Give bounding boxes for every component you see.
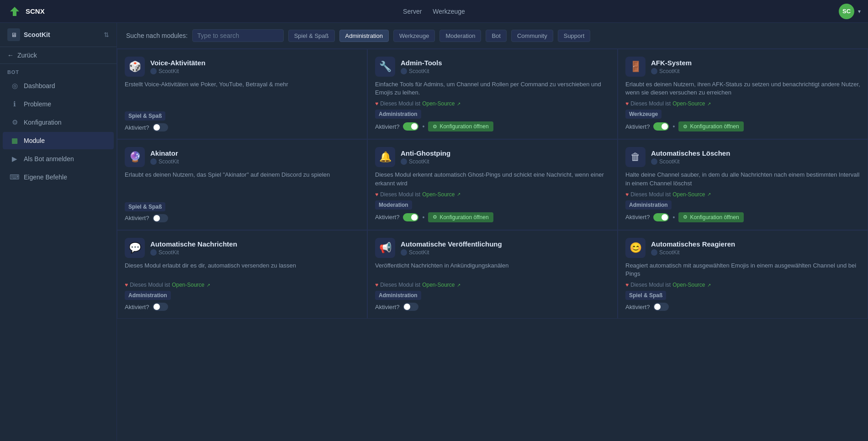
- module-icon-automatische-veroeffentlichung: 📢: [375, 238, 395, 258]
- opensource-link[interactable]: Open-Source: [422, 282, 455, 288]
- module-icon-admin-tools: 🔧: [375, 57, 395, 77]
- server-name: ScootKit: [24, 31, 100, 38]
- sidebar-item-label-eigene-befehle: Eigene Befehle: [24, 173, 67, 181]
- user-avatar[interactable]: SC: [839, 4, 854, 19]
- logo-text: SCNX: [26, 7, 45, 15]
- search-input[interactable]: [192, 29, 284, 42]
- module-desc-automatisches-reagieren: Reagiert automatisch mit ausgewählten Em…: [625, 262, 860, 278]
- sidebar-item-eigene-befehle[interactable]: ⌨ Eigene Befehle: [3, 168, 114, 186]
- toggle-automatische-nachrichten[interactable]: [153, 303, 168, 311]
- module-footer-row: Spiel & Spaß: [125, 202, 360, 211]
- toggle-afk-system[interactable]: [653, 122, 669, 131]
- toggle-voice-aktivitaeten[interactable]: [153, 123, 168, 131]
- config-icon: ⚙: [683, 214, 688, 220]
- activate-label: Aktiviert?: [125, 304, 149, 310]
- avatar-dropdown-icon[interactable]: ▾: [858, 8, 861, 15]
- logo[interactable]: SCNX: [7, 4, 45, 19]
- module-footer-row: Administration: [625, 200, 860, 210]
- module-footer-row: Werkzeuge: [625, 110, 860, 119]
- opensource-link[interactable]: Open-Source: [672, 282, 705, 288]
- activate-label: Aktiviert?: [125, 124, 149, 131]
- opensource-link[interactable]: Open-Source: [422, 100, 455, 107]
- module-footer-row: Spiel & Spaß: [125, 111, 360, 121]
- category-badge-voice-aktivitaeten: Spiel & Spaß: [125, 111, 165, 121]
- toggle-automatisches-reagieren[interactable]: [653, 303, 669, 311]
- module-header: 🔔 Anti-Ghostping ScootKit: [375, 147, 610, 167]
- activate-label: Aktiviert?: [625, 304, 650, 310]
- nav-link-server[interactable]: Server: [403, 8, 422, 15]
- author-avatar-dot: [150, 158, 157, 165]
- category-badge-anti-ghostping: Moderation: [375, 200, 412, 210]
- back-label: Zurück: [17, 52, 37, 59]
- module-header: 📢 Automatische Veröffentlichung ScootKit: [375, 238, 610, 258]
- module-desc-afk-system: Erlaubt es deinen Nutzern, ihren AFK-Sta…: [625, 80, 860, 97]
- sidebar-item-label-dashboard: Dashboard: [24, 82, 55, 89]
- config-button-afk-system[interactable]: ⚙ Konfiguration öffnen: [678, 121, 743, 131]
- sidebar-item-konfiguration[interactable]: ⚙ Konfiguration: [3, 114, 114, 131]
- module-header: 🗑 Automatisches Löschen ScootKit: [625, 147, 860, 167]
- filter-btn-administration[interactable]: Administration: [339, 30, 389, 42]
- module-title-automatische-veroeffentlichung: Automatische Veröffentlichung: [401, 240, 610, 248]
- server-selector[interactable]: 🖥 ScootKit ⇅: [0, 23, 116, 47]
- sidebar-item-dashboard[interactable]: ◎ Dashboard: [3, 77, 114, 94]
- toggle-dot: •: [422, 214, 424, 221]
- module-card-automatisches-reagieren: 😊 Automatisches Reagieren ScootKit Reagi…: [618, 230, 868, 319]
- bot-login-icon: ▶: [10, 154, 19, 163]
- filter-btn-moderation[interactable]: Moderation: [439, 30, 481, 42]
- toggle-akinator[interactable]: [153, 214, 168, 222]
- external-link-icon: ↗: [707, 283, 711, 288]
- filter-btn-support[interactable]: Support: [558, 30, 591, 42]
- toggle-anti-ghostping[interactable]: [403, 213, 418, 221]
- config-button-admin-tools[interactable]: ⚙ Konfiguration öffnen: [428, 121, 493, 131]
- back-button[interactable]: ← Zurück: [0, 47, 116, 64]
- sidebar-item-label-module: Module: [24, 137, 45, 144]
- filter-btn-spiel[interactable]: Spiel & Spaß: [288, 30, 335, 42]
- opensource-link[interactable]: Open-Source: [672, 100, 705, 107]
- sidebar-item-bot-login[interactable]: ▶ Als Bot anmelden: [3, 150, 114, 168]
- toggle-automatische-veroeffentlichung[interactable]: [403, 303, 418, 311]
- module-title-block: Akinator ScootKit: [150, 149, 360, 165]
- module-title-admin-tools: Admin-Tools: [401, 59, 610, 67]
- module-icon-akinator: 🔮: [125, 147, 145, 167]
- author-avatar-dot: [401, 249, 407, 256]
- activate-row-admin-tools: Aktiviert? • ⚙ Konfiguration öffnen: [375, 121, 610, 131]
- category-badge-akinator: Spiel & Spaß: [125, 202, 165, 211]
- config-icon: ⚙: [433, 214, 437, 220]
- module-footer-row: Administration: [125, 291, 360, 300]
- author-avatar-dot: [401, 158, 407, 165]
- config-button-automatisches-loeschen[interactable]: ⚙ Konfiguration öffnen: [678, 212, 743, 222]
- module-icon-automatisches-loeschen: 🗑: [625, 147, 646, 167]
- config-icon: ⚙: [683, 124, 688, 130]
- module-footer-row: Administration: [375, 291, 610, 300]
- sidebar-item-probleme[interactable]: ℹ Probleme: [3, 95, 114, 113]
- module-author-automatisches-loeschen: ScootKit: [651, 158, 860, 165]
- toggle-automatisches-loeschen[interactable]: [653, 213, 669, 221]
- module-card-anti-ghostping: 🔔 Anti-Ghostping ScootKit Dieses Modul e…: [367, 139, 618, 230]
- toggle-dot: •: [672, 123, 675, 130]
- activate-label: Aktiviert?: [125, 215, 149, 221]
- server-chevron-icon: ⇅: [104, 31, 109, 38]
- activate-row-automatische-veroeffentlichung: Aktiviert?: [375, 303, 610, 311]
- sidebar-item-module[interactable]: ▦ Module: [3, 132, 114, 149]
- external-link-icon: ↗: [707, 101, 711, 106]
- config-button-anti-ghostping[interactable]: ⚙ Konfiguration öffnen: [428, 212, 493, 222]
- nav-link-werkzeuge[interactable]: Werkzeuge: [433, 8, 465, 15]
- module-card-automatische-nachrichten: 💬 Automatische Nachrichten ScootKit Dies…: [117, 230, 367, 319]
- module-footer-automatische-nachrichten: ♥ Dieses Modul ist Open-Source ↗ Adminis…: [125, 282, 360, 311]
- activate-row-anti-ghostping: Aktiviert? • ⚙ Konfiguration öffnen: [375, 212, 610, 222]
- filter-btn-werkzeuge[interactable]: Werkzeuge: [393, 30, 435, 42]
- activate-label: Aktiviert?: [625, 214, 650, 220]
- server-icon: 🖥: [7, 28, 20, 41]
- filter-btn-bot[interactable]: Bot: [486, 30, 507, 42]
- sidebar-item-label-probleme: Probleme: [24, 100, 51, 108]
- module-icon-voice-aktivitaeten: 🎲: [125, 57, 145, 77]
- module-title-block: Automatisches Löschen ScootKit: [651, 149, 860, 165]
- opensource-link[interactable]: Open-Source: [172, 282, 204, 288]
- toggle-admin-tools[interactable]: [403, 122, 418, 131]
- filter-btn-community[interactable]: Community: [511, 30, 553, 42]
- opensource-link[interactable]: Open-Source: [422, 191, 455, 198]
- module-title-anti-ghostping: Anti-Ghostping: [401, 149, 610, 158]
- opensource-link[interactable]: Open-Source: [672, 191, 705, 198]
- opensource-badge: ♥ Dieses Modul ist Open-Source ↗: [375, 191, 610, 198]
- external-link-icon: ↗: [206, 283, 210, 288]
